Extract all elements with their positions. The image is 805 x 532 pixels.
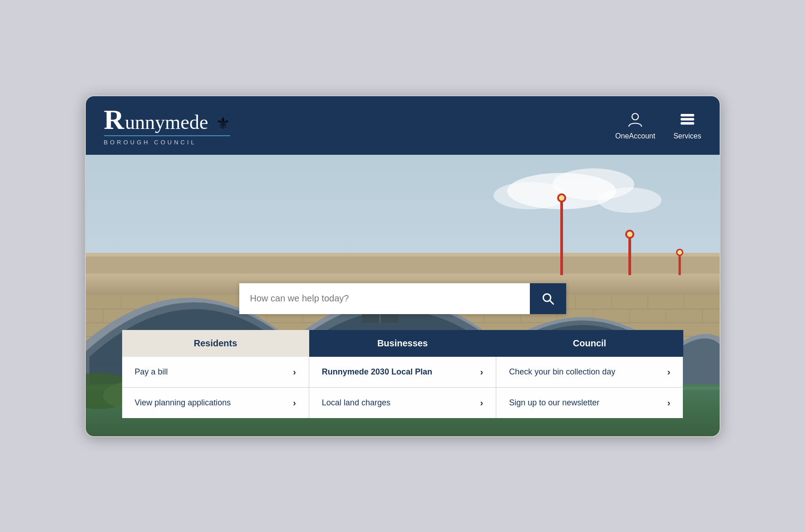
site-header: R unnymede ⚜ BOROUGH COUNCIL OneAccount [86, 96, 720, 155]
view-planning-link[interactable]: View planning applications › [122, 387, 309, 418]
svg-point-58 [559, 195, 564, 201]
local-plan-label: Runnymede 2030 Local Plan [322, 367, 432, 377]
svg-point-0 [632, 113, 638, 120]
search-input[interactable] [239, 283, 530, 314]
tab-council[interactable]: Council [496, 330, 683, 357]
svg-rect-11 [86, 253, 720, 256]
chevron-right-icon: › [293, 398, 296, 408]
logo-divider [104, 135, 230, 136]
logo-letter-r: R [104, 105, 124, 133]
svg-point-7 [494, 182, 566, 209]
svg-point-64 [677, 250, 682, 255]
search-button[interactable] [530, 283, 566, 314]
newsletter-label: Sign up to our newsletter [509, 398, 599, 408]
svg-rect-3 [681, 123, 694, 124]
pay-a-bill-link[interactable]: Pay a bill › [122, 357, 309, 387]
svg-rect-1 [681, 114, 694, 116]
svg-point-8 [598, 187, 662, 213]
svg-rect-10 [86, 255, 720, 274]
crest-icon: ⚜ [216, 114, 230, 133]
view-planning-label: View planning applications [135, 398, 231, 408]
links-section: Residents Businesses Council Pay a bill … [122, 330, 683, 418]
browser-frame: R unnymede ⚜ BOROUGH COUNCIL OneAccount [85, 95, 721, 437]
council-links: Check your bin collection day › Sign up … [496, 357, 683, 418]
links-grid: Pay a bill › View planning applications … [122, 357, 683, 418]
chevron-right-icon: › [667, 398, 671, 408]
chevron-right-icon: › [480, 398, 483, 408]
land-charges-link[interactable]: Local land charges › [309, 387, 496, 418]
header-nav: OneAccount Services [615, 110, 701, 140]
newsletter-link[interactable]: Sign up to our newsletter › [496, 387, 683, 418]
residents-links: Pay a bill › View planning applications … [122, 357, 309, 418]
svg-rect-2 [681, 118, 694, 120]
svg-point-61 [627, 232, 632, 237]
tab-residents[interactable]: Residents [122, 330, 309, 357]
search-icon [542, 292, 554, 305]
logo-area: R unnymede ⚜ BOROUGH COUNCIL [104, 105, 230, 146]
businesses-links: Runnymede 2030 Local Plan › Local land c… [309, 357, 496, 418]
hero-content: Residents Businesses Council Pay a bill … [86, 283, 720, 436]
pay-a-bill-label: Pay a bill [135, 367, 168, 377]
logo-title: unnymede [125, 113, 208, 133]
category-tabs: Residents Businesses Council [122, 330, 683, 357]
services-nav[interactable]: Services [673, 110, 701, 140]
tab-businesses[interactable]: Businesses [309, 330, 496, 357]
bin-collection-link[interactable]: Check your bin collection day › [496, 357, 683, 387]
services-label: Services [673, 132, 701, 140]
svg-line-69 [550, 300, 553, 304]
person-icon [626, 110, 644, 128]
hero-section: Residents Businesses Council Pay a bill … [86, 155, 720, 436]
chevron-right-icon: › [667, 367, 671, 377]
search-container [239, 283, 566, 314]
one-account-label: OneAccount [615, 132, 655, 140]
bin-collection-label: Check your bin collection day [509, 367, 615, 377]
logo-block: R unnymede ⚜ BOROUGH COUNCIL [104, 105, 230, 146]
chevron-right-icon: › [293, 367, 296, 377]
local-plan-link[interactable]: Runnymede 2030 Local Plan › [309, 357, 496, 387]
chevron-right-icon: › [480, 367, 483, 377]
logo-subtitle: BOROUGH COUNCIL [104, 139, 230, 146]
menu-icon [678, 110, 696, 128]
land-charges-label: Local land charges [322, 398, 390, 408]
one-account-nav[interactable]: OneAccount [615, 110, 655, 140]
